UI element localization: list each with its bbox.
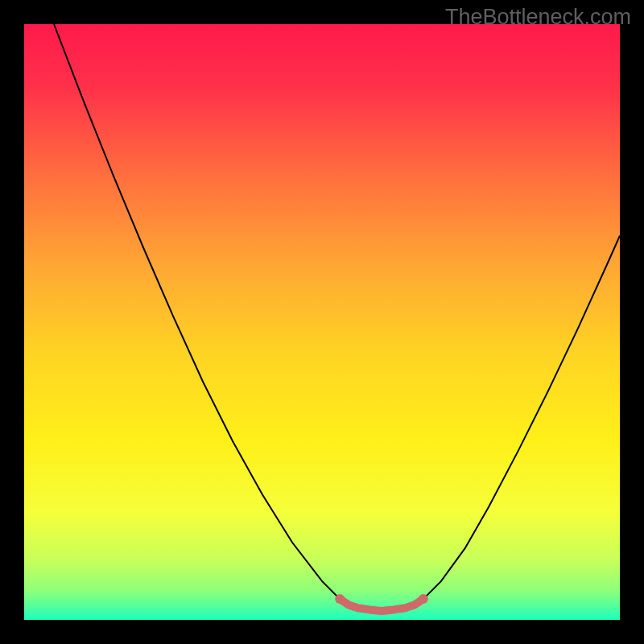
bottom-marker — [340, 599, 423, 611]
plot-area — [24, 24, 620, 620]
curve-layer — [24, 24, 620, 620]
watermark-text: TheBottleneck.com — [445, 5, 631, 30]
bottleneck-curve — [54, 24, 620, 611]
marker-end-dot — [419, 594, 428, 604]
marker-start-dot — [335, 594, 345, 604]
chart-container: TheBottleneck.com — [0, 0, 644, 644]
